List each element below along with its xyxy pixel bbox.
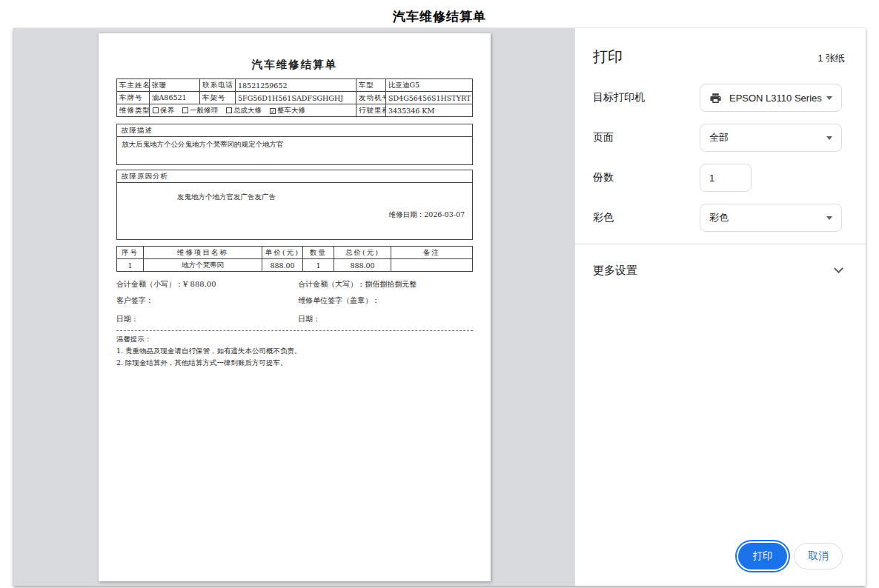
pages-value: 全部 (709, 131, 826, 144)
cell-total-price: 888.00 (334, 259, 391, 272)
note-line: 1. 贵重物品及现金请自行保管，如有遗失本公司概不负责。 (116, 347, 473, 356)
engine-no-value: SD4G56456S1HSTYRT (386, 92, 473, 104)
panel-header: 打印 1 张纸 (593, 47, 845, 67)
document-preview-page: 汽车维修结算单 车主姓名 张珊 联系电话 18521259652 车型 比亚迪G… (99, 33, 491, 581)
more-settings-toggle[interactable]: 更多设置 (593, 261, 842, 280)
color-select[interactable]: 彩色 (700, 204, 842, 232)
dashed-divider (116, 330, 473, 331)
phone-value: 18521259652 (236, 79, 356, 92)
totals-section: 合计金额（小写）：¥ 888.00 合计金额（大写）：捌佰捌拾捌元整 客户签字：… (116, 279, 473, 324)
copies-input[interactable] (700, 164, 752, 192)
checkbox-label: 整车大修 (277, 106, 305, 114)
checkbox-item: 保养 (152, 106, 174, 114)
fault-analysis-text: 发鬼地方个地方官发广告发广告 (177, 193, 468, 202)
amount-big: 合计金额（大写）：捌佰捌拾捌元整 (298, 279, 473, 290)
plate-label: 车牌号 (117, 92, 150, 104)
print-button[interactable]: 打印 (738, 543, 787, 569)
color-label: 彩色 (593, 211, 700, 224)
col-unit-price: 单价(元) (262, 247, 303, 259)
col-seq: 序号 (117, 247, 144, 259)
model-label: 车型 (356, 79, 386, 92)
unit-signature-label: 维修单位签字（盖章）： (298, 295, 473, 306)
fault-description-box: 故障描述 放大后鬼地方个公分鬼地方个梵蒂冈的规定个地方官 (116, 124, 473, 165)
table-header-row: 序号 维修项目名称 单价(元) 数量 总价(元) 备注 (117, 247, 473, 259)
checkbox-label: 总成大修 (233, 106, 262, 114)
cancel-button[interactable]: 取消 (794, 543, 843, 569)
page-title: 汽车维修结算单 (0, 8, 879, 25)
document-title: 汽车维修结算单 (116, 58, 473, 72)
notes-title: 温馨提示： (116, 335, 473, 344)
pages-label: 页面 (593, 131, 700, 144)
print-dialog-title: 打印 (593, 47, 623, 67)
table-row: 车主姓名 张珊 联系电话 18521259652 车型 比亚迪G5 (117, 79, 473, 92)
cell-item-name: 地方个梵蒂冈 (144, 259, 262, 272)
customer-signature-label: 客户签字： (116, 295, 298, 306)
date-row: 日期： 日期： (116, 314, 473, 324)
mileage-value: 3435346 KM (386, 104, 473, 117)
chevron-down-icon (826, 96, 832, 100)
amount-row: 合计金额（小写）：¥ 888.00 合计金额（大写）：捌佰捌拾捌元整 (116, 279, 473, 290)
pages-select[interactable]: 全部 (700, 124, 842, 152)
repair-type-label: 维修类型 (117, 104, 150, 117)
panel-divider (575, 244, 866, 244)
checkbox-icon (153, 107, 159, 113)
col-qty: 数量 (303, 247, 334, 259)
more-settings-label: 更多设置 (593, 264, 637, 278)
col-total-price: 总价(元) (334, 247, 391, 259)
date-left-label: 日期： (116, 314, 298, 324)
model-value: 比亚迪G5 (386, 79, 473, 92)
print-preview-area: 汽车维修结算单 车主姓名 张珊 联系电话 18521259652 车型 比亚迪G… (13, 28, 574, 586)
print-dialog: 汽车维修结算单 车主姓名 张珊 联系电话 18521259652 车型 比亚迪G… (13, 28, 866, 586)
notes-section: 温馨提示： 1. 贵重物品及现金请自行保管，如有遗失本公司概不负责。 2. 除现… (116, 335, 473, 368)
signature-row: 客户签字： 维修单位签字（盖章）： (116, 295, 473, 306)
checkbox-checked-icon: ✓ (270, 108, 276, 114)
cell-seq: 1 (117, 259, 144, 272)
repair-items-table: 序号 维修项目名称 单价(元) 数量 总价(元) 备注 1 地方个梵蒂冈 888… (116, 246, 473, 272)
fault-analysis-content: 发鬼地方个地方官发广告发广告 维修日期：2026-03-07 (117, 193, 472, 239)
phone-label: 联系电话 (200, 79, 236, 92)
destination-select[interactable]: EPSON L3110 Series (700, 84, 842, 112)
mileage-label: 行驶里程 (356, 104, 386, 117)
checkbox-item: 总成大修 (225, 106, 262, 114)
destination-row: 目标打印机 EPSON L3110 Series (593, 84, 842, 112)
checkbox-item: ✓整车大修 (269, 106, 305, 114)
amount-small: 合计金额（小写）：¥ 888.00 (116, 279, 298, 290)
col-item-name: 维修项目名称 (144, 247, 262, 259)
vehicle-info-table: 车主姓名 张珊 联系电话 18521259652 车型 比亚迪G5 车牌号 渝A… (116, 78, 473, 117)
repair-type-options: 保养 一般修理 总成大修 ✓整车大修 (150, 104, 356, 117)
destination-value: EPSON L3110 Series (729, 93, 826, 104)
note-line: 2. 除现金结算外，其他结算方式一律到账后方可提车。 (116, 358, 473, 368)
owner-name-label: 车主姓名 (117, 79, 150, 92)
sheet-count: 1 张纸 (817, 52, 845, 65)
vin-value: 5FG56D1H561SADFSGHGHJ (236, 92, 356, 104)
color-row: 彩色 彩色 (593, 204, 842, 232)
fault-description-header: 故障描述 (117, 124, 472, 137)
chevron-down-icon (826, 216, 832, 220)
engine-no-label: 发动机号 (356, 92, 386, 104)
fault-analysis-header: 故障原因分析 (117, 170, 472, 183)
vin-label: 车架号 (200, 92, 236, 104)
checkbox-icon (226, 107, 232, 113)
checkbox-label: 一般修理 (190, 106, 218, 114)
table-row: 维修类型 保养 一般修理 总成大修 ✓整车大修 行驶里程 3435346 KM (117, 104, 473, 117)
plate-value: 渝A86521 (150, 92, 200, 104)
destination-label: 目标打印机 (593, 91, 700, 104)
repair-date: 维修日期：2026-03-07 (122, 210, 468, 220)
checkbox-icon (182, 107, 188, 113)
chevron-down-icon (826, 136, 832, 140)
table-row: 车牌号 渝A86521 车架号 5FG56D1H561SADFSGHGHJ 发动… (117, 92, 473, 104)
fault-description-content: 放大后鬼地方个公分鬼地方个梵蒂冈的规定个地方官 (117, 137, 472, 164)
owner-name-value: 张珊 (150, 79, 200, 92)
fault-analysis-box: 故障原因分析 发鬼地方个地方官发广告发广告 维修日期：2026-03-07 (116, 170, 473, 240)
checkbox-item: 一般修理 (182, 106, 218, 114)
chevron-down-icon (834, 264, 843, 273)
table-row: 1 地方个梵蒂冈 888.00 1 888.00 (117, 259, 473, 272)
cell-remark (391, 259, 473, 272)
date-right-label: 日期： (298, 314, 473, 324)
printer-icon (709, 92, 722, 104)
copies-row: 份数 (593, 164, 842, 192)
color-value: 彩色 (709, 211, 826, 224)
checkbox-label: 保养 (160, 106, 174, 114)
cell-unit-price: 888.00 (262, 259, 303, 272)
pages-row: 页面 全部 (593, 124, 842, 152)
